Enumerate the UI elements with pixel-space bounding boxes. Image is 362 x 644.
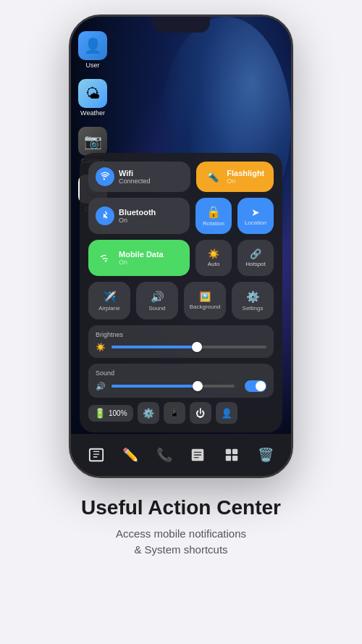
- location-button[interactable]: ➤ Location: [237, 198, 274, 234]
- toggle-thumb: [256, 381, 266, 391]
- brightness-track-wrapper[interactable]: [111, 342, 266, 352]
- user-icon: 👤: [78, 31, 107, 60]
- power-status-btn[interactable]: ⏻: [190, 402, 211, 424]
- sound-icon: 🔊: [151, 290, 164, 304]
- app-icon-weather[interactable]: 🌤 Weather: [78, 79, 107, 117]
- svg-rect-0: [90, 449, 103, 461]
- mobile-data-icon: [96, 248, 114, 267]
- battery-percent: 100%: [109, 409, 127, 417]
- cc-row-1: Wifi Connected 🔦 Flashlight On: [88, 162, 274, 192]
- user-status-btn[interactable]: 👤: [216, 402, 237, 424]
- wifi-title: Wifi: [119, 169, 151, 177]
- mobile-data-text: Mobile Data On: [119, 250, 164, 266]
- wifi-icon: [96, 167, 114, 186]
- brightness-label: Brightnes: [96, 331, 266, 338]
- airplane-icon: ✈️: [103, 290, 117, 304]
- control-center-panel: Wifi Connected 🔦 Flashlight On: [80, 153, 282, 432]
- rotation-button[interactable]: 🔒 Rotation: [195, 198, 232, 234]
- phone-wrapper: 👤 User 🌤 Weather 📷 Camera 🕐 Clock: [69, 14, 293, 478]
- flashlight-status: On: [227, 177, 264, 185]
- sound-thumb[interactable]: [193, 381, 203, 391]
- bluetooth-icon: [96, 206, 114, 225]
- sound-slider-section: Sound 🔊: [88, 364, 274, 398]
- rotation-icon: 🔒: [206, 205, 221, 219]
- brightness-fill: [111, 346, 197, 348]
- brightness-slider-section: Brightnes ☀️: [88, 325, 274, 358]
- background-button[interactable]: 🖼️ Background: [184, 282, 226, 319]
- svg-rect-4: [226, 456, 231, 461]
- brightness-row: ☀️: [96, 342, 266, 352]
- wifi-button[interactable]: Wifi Connected: [88, 162, 190, 192]
- dock-notes[interactable]: [185, 442, 211, 468]
- phone-frame: 👤 User 🌤 Weather 📷 Camera 🕐 Clock: [69, 14, 293, 478]
- svg-rect-2: [226, 449, 231, 454]
- notch: [152, 17, 210, 33]
- sound-track-wrapper[interactable]: [111, 381, 235, 391]
- dock-finder[interactable]: [83, 442, 109, 468]
- screen-status-btn[interactable]: 📱: [164, 402, 185, 424]
- location-icon: ➤: [251, 206, 260, 218]
- dock-phone[interactable]: 📞: [151, 442, 177, 468]
- mobile-data-status: On: [119, 259, 164, 266]
- background-icon: 🖼️: [199, 291, 211, 302]
- settings-status-btn[interactable]: ⚙️: [138, 402, 159, 424]
- sound-slider-icon: 🔊: [96, 382, 106, 391]
- mobile-data-button[interactable]: Mobile Data On: [88, 240, 190, 276]
- battery-indicator: 🔋 100%: [88, 405, 133, 422]
- sq-button-row: 🔒 Rotation ➤ Location: [195, 198, 274, 234]
- weather-icon: 🌤: [78, 79, 107, 108]
- main-title: Useful Action Center: [81, 495, 281, 520]
- bluetooth-title: Bluetooth: [119, 208, 156, 217]
- sound-fill: [111, 385, 198, 388]
- sound-track: [111, 385, 235, 388]
- camera-icon: 📷: [78, 127, 107, 156]
- sound-label: Sound: [148, 305, 165, 311]
- sq-row-auto-hotspot: ☀️ Auto 🔗 Hotspot: [195, 240, 274, 276]
- bluetooth-text: Bluetooth On: [119, 208, 156, 224]
- auto-label: Auto: [208, 261, 219, 267]
- cc-row-2: Bluetooth On 🔒 Rotation ➤ Location: [88, 198, 274, 234]
- flashlight-button[interactable]: 🔦 Flashlight On: [196, 162, 274, 192]
- bluetooth-button[interactable]: Bluetooth On: [88, 198, 190, 234]
- location-label: Location: [245, 219, 266, 226]
- sound-slider-row: 🔊: [96, 380, 266, 392]
- settings-button[interactable]: ⚙️ Settings: [232, 282, 274, 319]
- cc-status-bar: 🔋 100% ⚙️ 📱 ⏻ 👤: [88, 402, 274, 424]
- flashlight-icon: 🔦: [203, 167, 222, 186]
- dock-switcher[interactable]: [219, 442, 245, 468]
- wifi-status: Connected: [119, 177, 151, 185]
- cc-row-4: ✈️ Airplane 🔊 Sound 🖼️ Background ⚙️ Set…: [88, 282, 274, 319]
- phone-dock: ✏️ 📞 🗑️: [71, 434, 291, 476]
- brightness-icon: ☀️: [96, 343, 106, 352]
- auto-button[interactable]: ☀️ Auto: [195, 240, 232, 276]
- sound-button[interactable]: 🔊 Sound: [136, 282, 178, 319]
- hotspot-icon: 🔗: [250, 248, 261, 259]
- subtitle-line1: Access mobile notifications: [116, 527, 246, 540]
- settings-icon: ⚙️: [246, 290, 260, 304]
- wifi-text: Wifi Connected: [119, 169, 151, 185]
- dock-trash[interactable]: 🗑️: [253, 442, 279, 468]
- flashlight-title: Flashlight: [227, 169, 264, 177]
- sub-title: Access mobile notifications & System sho…: [81, 526, 281, 559]
- airplane-label: Airplane: [98, 305, 119, 311]
- svg-rect-5: [232, 456, 237, 461]
- flashlight-text: Flashlight On: [227, 169, 264, 185]
- dock-pen[interactable]: ✏️: [117, 442, 143, 468]
- mobile-data-title: Mobile Data: [119, 250, 164, 259]
- app-icon-user[interactable]: 👤 User: [78, 31, 107, 69]
- sound-toggle[interactable]: [245, 380, 266, 392]
- hotspot-button[interactable]: 🔗 Hotspot: [237, 240, 274, 276]
- brightness-track: [111, 346, 266, 348]
- auto-icon: ☀️: [208, 248, 219, 259]
- bluetooth-status: On: [119, 217, 156, 224]
- subtitle-line2: & System shortcuts: [134, 543, 227, 556]
- sound-slider-label: Sound: [96, 369, 266, 377]
- background-label: Background: [190, 304, 221, 310]
- airplane-button[interactable]: ✈️ Airplane: [88, 282, 130, 319]
- svg-rect-3: [232, 449, 237, 454]
- brightness-thumb[interactable]: [192, 342, 202, 352]
- weather-label: Weather: [80, 109, 105, 117]
- bottom-text-section: Useful Action Center Access mobile notif…: [59, 495, 303, 559]
- hotspot-label: Hotspot: [245, 261, 266, 267]
- rotation-label: Rotation: [203, 220, 224, 227]
